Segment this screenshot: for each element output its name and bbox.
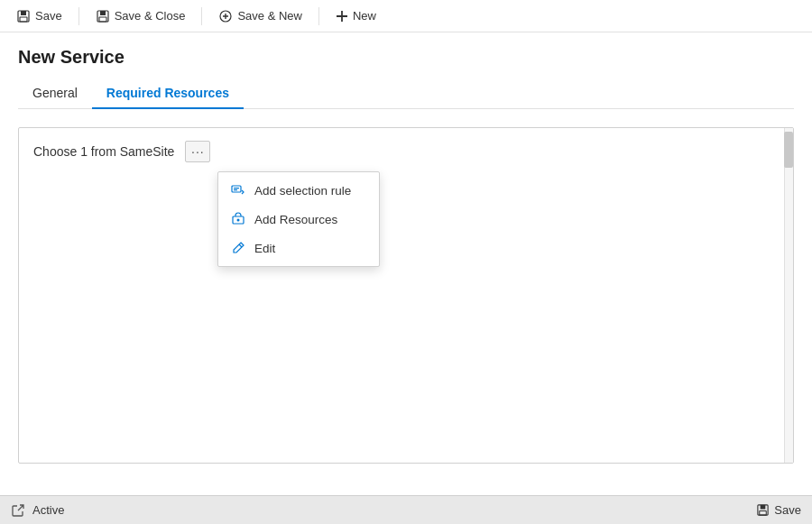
save-button[interactable]: Save <box>7 5 71 27</box>
svg-rect-5 <box>99 17 106 22</box>
status-save-label: Save <box>774 503 801 517</box>
new-icon <box>336 10 348 23</box>
scrollbar-track[interactable] <box>784 128 793 463</box>
svg-rect-2 <box>20 17 27 22</box>
new-button[interactable]: New <box>327 5 385 26</box>
separator-3 <box>318 7 319 25</box>
edit-item[interactable]: Edit <box>218 234 379 262</box>
main-content: New Service General Required Resources C… <box>0 32 812 495</box>
page-title: New Service <box>18 47 794 68</box>
resource-area: Choose 1 from SameSite ··· Add selection… <box>18 127 794 464</box>
tab-content: Choose 1 from SameSite ··· Add selection… <box>0 109 812 495</box>
tab-general[interactable]: General <box>18 78 92 109</box>
separator-1 <box>78 7 79 25</box>
save-new-icon <box>218 9 233 23</box>
edit-label: Edit <box>254 242 275 255</box>
scrollbar-thumb <box>784 132 793 168</box>
svg-point-11 <box>237 219 240 222</box>
svg-rect-13 <box>761 505 766 510</box>
choose-label: Choose 1 from SameSite <box>33 144 174 159</box>
status-left: Active <box>11 503 64 518</box>
add-selection-rule-item[interactable]: Add selection rule <box>218 176 379 205</box>
tab-required-resources[interactable]: Required Resources <box>92 78 244 109</box>
ellipsis-dots: ··· <box>191 144 205 159</box>
ellipsis-button[interactable]: ··· <box>185 141 210 162</box>
svg-rect-7 <box>232 186 241 192</box>
resources-icon <box>231 212 245 226</box>
status-bar: Active Save <box>0 495 812 524</box>
external-link-icon <box>11 503 25 518</box>
save-new-button[interactable]: Save & New <box>209 5 311 27</box>
tabs: General Required Resources <box>18 78 794 109</box>
edit-icon <box>231 241 245 255</box>
new-label: New <box>353 9 376 23</box>
svg-rect-14 <box>760 510 767 515</box>
resource-header: Choose 1 from SameSite ··· <box>19 128 793 175</box>
svg-rect-9 <box>234 189 237 190</box>
status-label: Active <box>32 503 64 517</box>
toolbar: Save Save & Close Save & New New <box>0 0 812 32</box>
svg-rect-1 <box>21 11 26 15</box>
add-selection-rule-label: Add selection rule <box>254 184 351 198</box>
dropdown-menu: Add selection rule Add Resources Ed <box>217 171 380 267</box>
page-header: New Service General Required Resources <box>0 32 812 109</box>
save-label: Save <box>35 9 62 23</box>
svg-rect-8 <box>234 188 239 188</box>
save-new-label: Save & New <box>237 9 302 23</box>
status-save-button[interactable]: Save <box>756 503 801 517</box>
add-resources-item[interactable]: Add Resources <box>218 205 379 234</box>
separator-2 <box>201 7 202 25</box>
save-close-icon <box>96 9 110 23</box>
save-close-label: Save & Close <box>115 9 186 23</box>
save-icon <box>16 9 31 23</box>
status-save-icon <box>756 503 770 517</box>
svg-rect-4 <box>100 11 106 15</box>
add-resources-label: Add Resources <box>254 213 337 226</box>
save-close-button[interactable]: Save & Close <box>87 5 195 27</box>
selection-rule-icon <box>231 183 245 198</box>
